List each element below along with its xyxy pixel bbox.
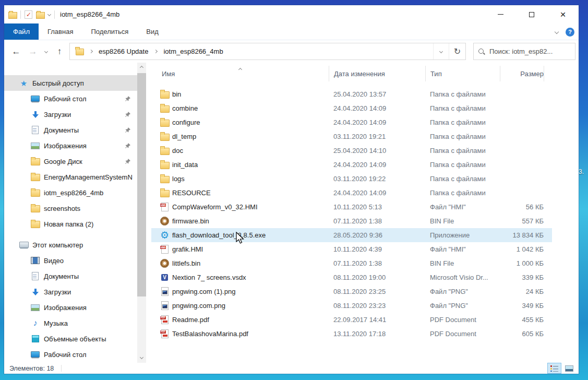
refresh-button[interactable]: ↻ <box>449 43 465 60</box>
file-size: 24 КБ <box>500 288 544 295</box>
sidebar-item[interactable]: Документы <box>4 122 137 138</box>
sidebar-item-label: Музыка <box>44 319 68 327</box>
breadcrumb-segment[interactable]: esp8266 Update <box>98 46 149 56</box>
sidebar-item-label: EnergyManagementSystemN <box>44 173 133 181</box>
pin-icon <box>125 158 131 166</box>
collapse-ribbon-chevron-icon[interactable] <box>555 30 559 34</box>
ribbon-tab[interactable]: Файл <box>4 23 39 40</box>
back-button[interactable]: ← <box>9 45 23 58</box>
sidebar-item[interactable]: Рабочий стол <box>4 347 137 362</box>
window-title: iotm_esp8266_4mb <box>60 10 119 18</box>
address-folder-icon[interactable] <box>75 47 85 56</box>
scroll-down-button[interactable] <box>137 353 146 362</box>
file-row[interactable]: dl_temp 03.11.2020 19:21 Папка с файлами <box>151 129 552 144</box>
address-bar[interactable]: esp8266 Update iotm_esp8266_4mb ↻ <box>69 43 466 60</box>
close-button[interactable]: × <box>547 5 579 23</box>
file-row[interactable]: Nextion 7_ screens.vsdx 08.11.2020 19:00… <box>151 270 552 284</box>
column-header-end <box>544 66 549 81</box>
scrollbar-thumb[interactable] <box>137 73 146 296</box>
file-row[interactable]: flash_download_tool_3.8.5.exe 28.05.2020… <box>151 228 552 242</box>
column-header-size[interactable]: Размер <box>500 66 544 81</box>
file-row[interactable]: doc 25.04.2020 14:10 Папка с файлами <box>151 144 552 158</box>
video-icon <box>30 256 40 265</box>
file-size: 557 КБ <box>500 217 544 225</box>
gear-icon <box>160 231 170 240</box>
file-name: CompWaveform_v0_32.HMI <box>172 203 329 211</box>
recent-locations-chevron-icon[interactable] <box>44 50 48 53</box>
file-date: 10.11.2020 5:13 <box>329 203 425 211</box>
file-row[interactable]: littlefs.bin 07.11.2020 1:38 BIN File 1 … <box>151 256 552 270</box>
minimize-button[interactable] <box>485 5 516 23</box>
file-row[interactable]: grafik.HMI 10.11.2020 4:39 Файл "HMI" 1 … <box>151 242 552 256</box>
sidebar-item-quick-access[interactable]: Быстрый доступ <box>4 75 137 91</box>
breadcrumb-chevron-icon[interactable] <box>89 50 93 53</box>
pictures-icon <box>30 303 40 312</box>
sidebar-item[interactable]: Новая папка (2) <box>4 216 137 232</box>
ribbon-tabs: Файл Главная Поделиться Вид <box>4 23 579 40</box>
search-box[interactable] <box>473 43 575 60</box>
file-type: PDF Document <box>425 316 500 324</box>
file-row[interactable]: logs 03.11.2020 19:22 Папка с файлами <box>151 172 552 186</box>
sidebar-scrollbar[interactable] <box>137 63 146 363</box>
column-header-name[interactable]: Имя <box>151 66 329 81</box>
file-row[interactable]: TestBalashovaMarina.pdf 13.11.2020 17:18… <box>151 327 552 341</box>
png-icon <box>160 287 170 296</box>
file-row[interactable]: firmware.bin 07.11.2020 1:38 BIN File 55… <box>151 214 552 228</box>
file-date: 07.11.2020 1:38 <box>329 259 425 267</box>
ribbon-tab[interactable]: Главная <box>39 23 82 40</box>
details-view-button[interactable] <box>548 363 561 373</box>
file-row[interactable]: RESOURCE 24.04.2020 14:09 Папка с файлам… <box>151 186 552 200</box>
chevron-down-icon <box>140 355 143 359</box>
file-row[interactable]: pngwing.com.png 08.11.2020 23:23 Файл "P… <box>151 299 552 313</box>
thumbnails-view-button[interactable] <box>562 363 575 373</box>
scroll-up-button[interactable] <box>137 63 146 72</box>
file-row[interactable]: configure 24.04.2020 14:09 Папка с файла… <box>151 115 552 129</box>
search-input[interactable] <box>489 48 571 55</box>
ribbon-tab[interactable]: Вид <box>137 23 167 40</box>
divider <box>54 10 55 19</box>
file-row[interactable]: bin 25.04.2020 13:57 Папка с файлами <box>151 87 552 101</box>
file-row[interactable]: Readme.pdf 22.09.2017 14:41 PDF Document… <box>151 313 552 327</box>
sidebar-item[interactable]: Документы <box>4 268 137 284</box>
sidebar-item-this-pc[interactable]: Этот компьютер <box>4 237 137 253</box>
disc-icon <box>160 259 170 268</box>
sidebar-item[interactable]: Google Диск <box>4 153 137 169</box>
file-row[interactable]: combine 24.04.2020 14:09 Папка с файлами <box>151 101 552 115</box>
downloads-icon <box>30 288 40 296</box>
sidebar-item[interactable]: Изображения <box>4 138 137 153</box>
downloads-icon <box>30 110 40 119</box>
close-icon: × <box>560 9 566 19</box>
sidebar-item[interactable]: Музыка <box>4 315 137 331</box>
sidebar-item[interactable]: Загрузки <box>4 284 137 300</box>
column-header-type[interactable]: Тип <box>425 66 500 81</box>
ribbon-tab-label: Вид <box>146 28 159 35</box>
forward-button[interactable]: → <box>26 45 40 58</box>
file-name: flash_download_tool_3.8.5.exe <box>172 231 329 239</box>
breadcrumb-chevron-icon[interactable] <box>154 50 158 53</box>
sidebar-item[interactable]: Объемные объекты <box>4 331 137 347</box>
address-dropdown-button[interactable] <box>433 43 449 60</box>
sidebar-item[interactable]: EnergyManagementSystemN <box>4 169 137 185</box>
file-type: Папка с файлами <box>425 175 500 183</box>
sidebar-item[interactable]: iotm_esp8266_4mb <box>4 185 137 200</box>
sidebar-item[interactable]: Загрузки <box>4 106 137 122</box>
sidebar-item[interactable]: Видео <box>4 253 137 268</box>
file-row[interactable]: CompWaveform_v0_32.HMI 10.11.2020 5:13 Ф… <box>151 200 552 214</box>
customize-qat-chevron-icon[interactable] <box>47 13 51 16</box>
maximize-button[interactable] <box>516 5 547 23</box>
up-button[interactable]: ↑ <box>53 45 66 58</box>
sidebar-item[interactable]: screenshots <box>4 200 137 216</box>
new-folder-icon[interactable] <box>36 11 44 18</box>
breadcrumb-segment[interactable]: iotm_esp8266_4mb <box>162 46 224 56</box>
sidebar-item[interactable]: Рабочий стол <box>4 91 137 106</box>
file-row[interactable]: init_data 24.04.2020 14:09 Папка с файла… <box>151 158 552 172</box>
sidebar-item[interactable]: Изображения <box>4 300 137 315</box>
pdf-icon <box>160 315 170 324</box>
column-header-date[interactable]: Дата изменения <box>329 66 425 81</box>
folder-icon <box>30 220 40 229</box>
properties-check-icon[interactable] <box>25 10 32 19</box>
ribbon-tab[interactable]: Поделиться <box>82 23 137 40</box>
help-icon[interactable]: ? <box>566 28 574 37</box>
file-row[interactable]: pngwing.com (1).png 08.11.2020 23:25 Фай… <box>151 284 552 299</box>
file-name: configure <box>172 118 329 126</box>
